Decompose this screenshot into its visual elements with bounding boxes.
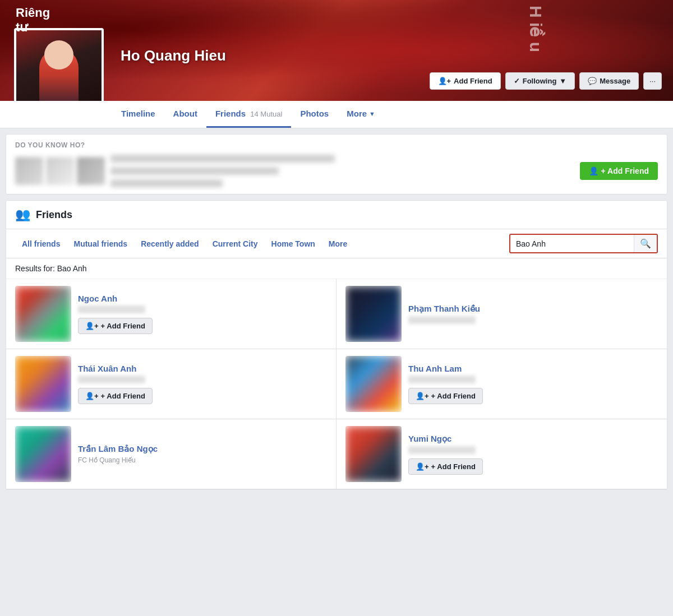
- add-friend-button[interactable]: 👤+ + Add Friend: [78, 318, 153, 334]
- message-button[interactable]: 💬 Message: [579, 72, 639, 90]
- search-input[interactable]: [510, 236, 634, 252]
- friend-info: Phạm Thanh Kiều: [408, 304, 658, 324]
- book-rieng-tu: Riêng: [16, 6, 50, 20]
- profile-picture[interactable]: [14, 28, 104, 101]
- filter-tabs: All friends Mutual friends Recently adde…: [15, 236, 354, 252]
- book-tu: tư: [16, 20, 50, 35]
- friend-name-link[interactable]: Thái Xuân Anh: [78, 364, 327, 373]
- blurred-avatar-1: [15, 157, 43, 185]
- chevron-down-icon: ▼: [559, 77, 566, 85]
- blurred-line-2: [110, 167, 279, 175]
- filter-home-town[interactable]: Home Town: [265, 236, 322, 252]
- friend-name-link[interactable]: Yumi Ngọc: [408, 434, 658, 444]
- friend-name-link[interactable]: Thu Anh Lam: [408, 364, 658, 373]
- friends-grid: Ngoc Anh 👤+ + Add Friend Phạm Thanh Kiều: [6, 279, 667, 489]
- friends-header: 👥 Friends: [6, 201, 667, 229]
- cover-image: Riêng tư H iề u Ho Quang Hieu 👤+ Add Fri…: [0, 0, 673, 101]
- friends-title: Friends: [36, 209, 72, 221]
- blurred-avatar-2: [46, 157, 74, 185]
- friend-item: Trần Lâm Bảo Ngọc FC Hồ Quang Hiếu: [6, 419, 336, 489]
- friend-mutual-blurred: [408, 376, 476, 383]
- more-options-button[interactable]: ···: [643, 72, 662, 90]
- checkmark-icon: ✓: [514, 77, 520, 85]
- add-friend-know-button[interactable]: 👤 + Add Friend: [580, 162, 658, 180]
- friend-name-link[interactable]: Phạm Thanh Kiều: [408, 304, 658, 314]
- friend-item: Ngoc Anh 👤+ + Add Friend: [6, 279, 336, 349]
- filter-recently-added[interactable]: Recently added: [134, 236, 205, 252]
- friend-avatar[interactable]: [345, 426, 402, 482]
- know-blurred-area: [15, 155, 580, 187]
- chevron-down-icon: ▼: [369, 110, 375, 117]
- cover-text-overlay: H iề u: [527, 6, 544, 52]
- add-friend-button[interactable]: 👤+ + Add Friend: [408, 388, 483, 404]
- results-label: Results for: Bao Anh: [6, 258, 667, 279]
- blurred-text-area: [110, 155, 580, 187]
- friends-section: 👥 Friends All friends Mutual friends Rec…: [6, 200, 667, 490]
- add-friend-icon: 👤+: [438, 77, 451, 85]
- friend-avatar[interactable]: [15, 426, 71, 482]
- message-icon: 💬: [588, 77, 597, 85]
- following-button[interactable]: ✓ Following ▼: [505, 72, 575, 90]
- add-friend-cover-button[interactable]: 👤+ Add Friend: [430, 72, 501, 90]
- tab-photos[interactable]: Photos: [291, 101, 338, 128]
- filter-current-city[interactable]: Current City: [206, 236, 265, 252]
- friend-mutual-blurred: [78, 376, 145, 383]
- friend-info: Yumi Ngọc 👤+ + Add Friend: [408, 434, 658, 475]
- filter-more[interactable]: More: [322, 236, 354, 252]
- friend-info: Thu Anh Lam 👤+ + Add Friend: [408, 364, 658, 404]
- friend-item: Thu Anh Lam 👤+ + Add Friend: [336, 349, 667, 419]
- add-person-icon: 👤+: [416, 392, 429, 400]
- friend-avatar[interactable]: [15, 286, 71, 342]
- friend-info: Trần Lâm Bảo Ngọc FC Hồ Quang Hiếu: [78, 444, 327, 464]
- know-section: DO YOU KNOW HO? 👤 + Add Friend: [6, 134, 667, 194]
- search-box: 🔍: [509, 234, 658, 253]
- blurred-line-1: [110, 155, 335, 163]
- friend-sub-text: FC Hồ Quang Hiếu: [78, 456, 327, 464]
- friend-info: Ngoc Anh 👤+ + Add Friend: [78, 294, 327, 334]
- add-friend-button[interactable]: 👤+ + Add Friend: [408, 458, 483, 475]
- cover-wrapper: Riêng tư H iề u Ho Quang Hieu 👤+ Add Fri…: [0, 0, 673, 128]
- friend-name-link[interactable]: Ngoc Anh: [78, 294, 327, 303]
- tab-friends[interactable]: Friends 14 Mutual: [206, 101, 291, 128]
- know-title: DO YOU KNOW HO?: [15, 141, 658, 149]
- friend-item: Phạm Thanh Kiều: [336, 279, 667, 349]
- add-person-icon: 👤+: [85, 392, 99, 400]
- add-person-icon: 👤+: [416, 462, 429, 471]
- friend-mutual-blurred: [408, 316, 476, 324]
- profile-nav: Timeline About Friends 14 Mutual Photos …: [0, 101, 673, 128]
- add-person-icon: 👤+: [85, 322, 99, 330]
- know-content: 👤 + Add Friend: [15, 155, 658, 187]
- blurred-avatar-3: [77, 157, 105, 185]
- profile-name: Ho Quang Hieu: [121, 47, 226, 64]
- filter-all-friends[interactable]: All friends: [15, 236, 67, 252]
- cover-actions: 👤+ Add Friend ✓ Following ▼ 💬 Message ··…: [430, 72, 662, 90]
- tab-more[interactable]: More ▼: [338, 101, 384, 128]
- friend-avatar[interactable]: [15, 356, 71, 412]
- friend-info: Thái Xuân Anh 👤+ + Add Friend: [78, 364, 327, 404]
- search-submit-button[interactable]: 🔍: [634, 235, 657, 252]
- friend-item: Thái Xuân Anh 👤+ + Add Friend: [6, 349, 336, 419]
- friends-filter-bar: All friends Mutual friends Recently adde…: [6, 229, 667, 258]
- add-person-icon: 👤: [589, 166, 598, 175]
- friend-item: Yumi Ngọc 👤+ + Add Friend: [336, 419, 667, 489]
- blurred-avatars: [15, 157, 105, 185]
- friend-avatar[interactable]: [345, 356, 402, 412]
- main-content: DO YOU KNOW HO? 👤 + Add Friend: [0, 128, 673, 495]
- friend-name-link[interactable]: Trần Lâm Bảo Ngọc: [78, 444, 327, 454]
- blurred-line-3: [110, 179, 223, 187]
- add-friend-button[interactable]: 👤+ + Add Friend: [78, 388, 153, 404]
- friend-mutual-blurred: [408, 446, 476, 454]
- friend-avatar[interactable]: [345, 286, 402, 342]
- tab-timeline[interactable]: Timeline: [112, 101, 164, 128]
- filter-mutual-friends[interactable]: Mutual friends: [67, 236, 134, 252]
- friend-mutual-blurred: [78, 305, 145, 313]
- friends-icon: 👥: [15, 207, 30, 222]
- tab-about[interactable]: About: [164, 101, 206, 128]
